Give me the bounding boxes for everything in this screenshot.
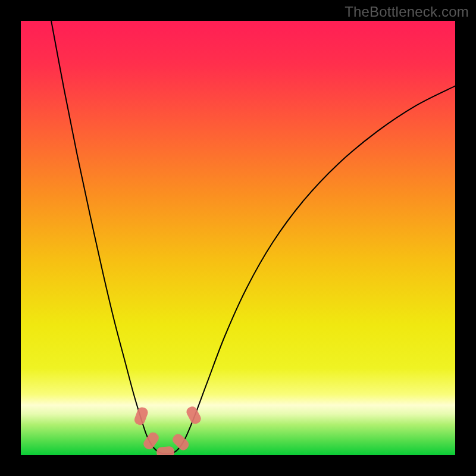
- marker-2: [156, 446, 174, 455]
- marker-0: [133, 406, 149, 426]
- marker-group: [133, 405, 203, 455]
- bottleneck-curve: [51, 21, 455, 454]
- plot-area: [21, 21, 455, 455]
- curve-layer: [21, 21, 455, 455]
- marker-1: [142, 430, 161, 451]
- watermark-text: TheBottleneck.com: [345, 4, 469, 20]
- chart-frame: TheBottleneck.com: [0, 0, 476, 476]
- marker-4: [185, 405, 203, 425]
